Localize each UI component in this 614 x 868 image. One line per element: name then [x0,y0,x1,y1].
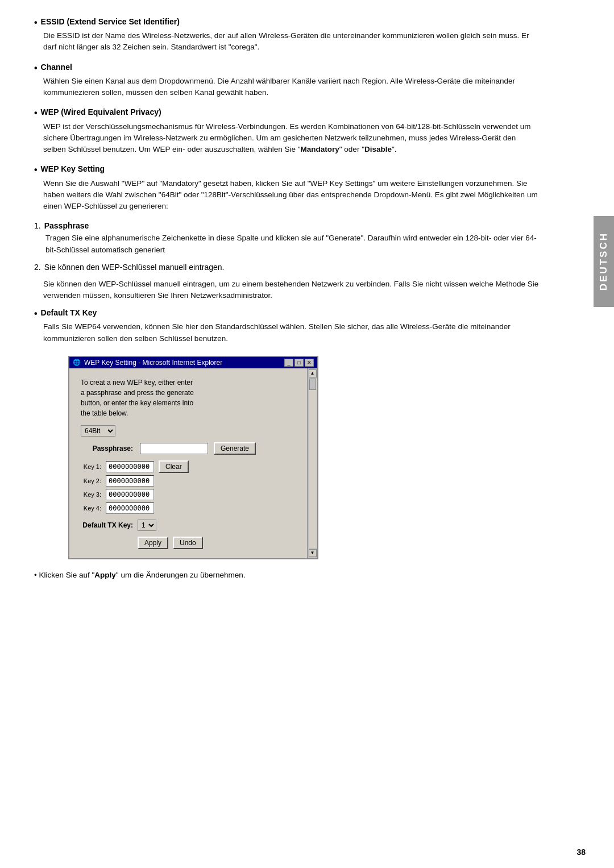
browser-icon: 🌐 [73,359,81,366]
apply-row: Apply Undo [138,537,296,549]
essid-text: Die ESSID ist der Name des Wireless-Netz… [43,30,540,53]
passphrase-section: 1. Passphrase Tragen Sie eine alphanumer… [34,221,540,256]
dialog-title: 🌐 WEP Key Setting - Microsoft Internet E… [73,359,222,367]
manual-entry-title: 2. Sie können den WEP-Schlüssel manuell … [34,263,540,272]
close-button[interactable]: ✕ [305,359,314,367]
key2-row: Key 2: [81,475,296,487]
key-rows: Key 1: Clear Key 2: Key 3: [81,460,296,514]
passphrase-text: Tragen Sie eine alphanumerische Zeichenk… [45,232,540,256]
wep-key-text: Wenn Sie die Auswahl "WEP" auf "Mandator… [43,178,540,213]
key3-row: Key 3: [81,489,296,500]
bit-dropdown-row: 64Bit 128Bit [81,425,296,437]
dialog-body-wrapper: To creat a new WEP key, either enter a p… [69,368,317,558]
manual-text: Sie können den WEP-Schlüssel manuell ein… [43,279,540,302]
essid-title: ESSID (Extend Service Set Identifier) [34,17,540,28]
wep-title: WEP (Wired Equivalent Privacy) [34,107,540,118]
key2-input[interactable] [106,475,154,487]
wep-text: WEP ist der Verschlüsselungsmechanismus … [43,121,540,156]
key3-input[interactable] [106,489,154,500]
wep-key-section: WEP Key Setting Wenn Sie die Auswahl "WE… [34,164,540,212]
dialog-body: To creat a new WEP key, either enter a p… [69,368,307,558]
scroll-down-button[interactable]: ▼ [309,549,317,557]
channel-section: Channel Wählen Sie einen Kanal aus dem D… [34,63,540,99]
key4-label: Key 4: [81,505,103,512]
default-tx-text: Falls Sie WEP64 verwenden, können Sie hi… [43,321,540,344]
sidebar-deutsch: DEUTSCH [594,216,614,307]
default-tx-title: Default TX Key [34,308,540,319]
page-number: 38 [576,848,586,857]
dialog-controls: _ □ ✕ [284,359,314,367]
passphrase-input[interactable] [140,443,208,454]
bottom-note: • Klicken Sie auf "Apply" um die Änderun… [34,571,540,579]
scroll-thumb[interactable] [309,379,316,390]
scroll-up-button[interactable]: ▲ [309,369,317,377]
default-tx-section: Default TX Key Falls Sie WEP64 verwenden… [34,308,540,344]
channel-text: Wählen Sie einen Kanal aus dem Dropdownm… [43,76,540,99]
wep-section: WEP (Wired Equivalent Privacy) WEP ist d… [34,107,540,155]
clear-button[interactable]: Clear [159,460,189,473]
undo-button[interactable]: Undo [173,537,203,549]
scrollbar: ▲ ▼ [307,368,317,558]
passphrase-label: Passphrase: [81,445,138,452]
wep-key-title: WEP Key Setting [34,164,540,175]
key1-row: Key 1: Clear [81,460,296,473]
key1-input[interactable] [106,461,154,472]
wep-dialog: 🌐 WEP Key Setting - Microsoft Internet E… [68,356,318,559]
passphrase-title: 1. Passphrase [34,221,540,230]
default-tx-dialog-label: Default TX Key: [81,521,138,529]
key3-label: Key 3: [81,491,103,498]
default-tx-row: Default TX Key: 1 2 3 4 [81,520,296,531]
generate-button[interactable]: Generate [214,442,256,455]
scroll-track [309,379,317,548]
default-tx-select[interactable]: 1 2 3 4 [138,520,156,531]
manual-entry-section: 2. Sie können den WEP-Schlüssel manuell … [34,263,540,272]
bit-dropdown[interactable]: 64Bit 128Bit [81,425,115,437]
dialog-description: To creat a new WEP key, either enter a p… [81,377,296,418]
apply-button[interactable]: Apply [138,537,168,549]
passphrase-row: Passphrase: Generate [81,442,296,455]
minimize-button[interactable]: _ [284,359,293,367]
key2-label: Key 2: [81,477,103,484]
dialog-titlebar: 🌐 WEP Key Setting - Microsoft Internet E… [69,357,317,368]
channel-title: Channel [34,63,540,73]
key4-row: Key 4: [81,502,296,514]
key4-input[interactable] [106,502,154,514]
key1-label: Key 1: [81,463,103,470]
essid-section: ESSID (Extend Service Set Identifier) Di… [34,17,540,53]
restore-button[interactable]: □ [294,359,304,367]
